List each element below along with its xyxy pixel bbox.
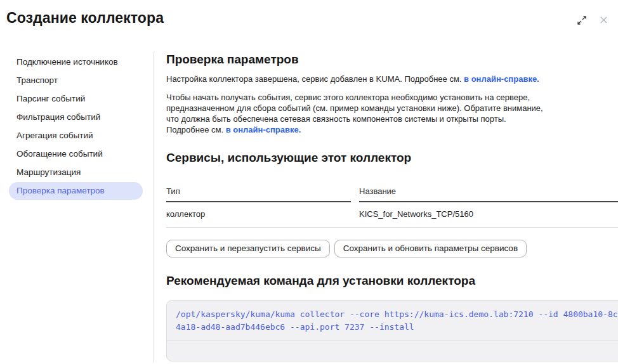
sidebar-item-event-enrichment[interactable]: Обогащение событий [9, 145, 143, 163]
sidebar-item-event-filtering[interactable]: Фильтрация событий [9, 108, 143, 126]
page-title: Создание коллектора [6, 10, 608, 27]
actions-button-row: Сохранить и перезапустить сервисы Сохран… [166, 240, 618, 257]
setup-complete-text: Настройка коллектора завершена, сервис д… [166, 74, 464, 84]
save-restart-services-button[interactable]: Сохранить и перезапустить сервисы [166, 240, 330, 257]
column-header-name: Название [359, 186, 618, 202]
command-line: 4a18-ad48-aad7b446ebc6 --api.port 7237 -… [176, 321, 618, 334]
install-command-code: /opt/kaspersky/kuma/kuma collector --cor… [167, 301, 618, 341]
install-command-heading: Рекомендуемая команда для установки колл… [166, 273, 618, 288]
wizard-body: Подключение источников Транспорт Парсинг… [0, 52, 618, 363]
save-update-service-parameters-button[interactable]: Сохранить и обновить параметры сервисов [334, 240, 527, 257]
window-header: Создание коллектора [0, 0, 618, 27]
sidebar-item-parameter-check[interactable]: Проверка параметров [9, 182, 143, 200]
services-table: Тип Название коллектор KICS_for_Networks… [166, 186, 618, 228]
install-instructions-line: Чтобы начать получать события, сервис эт… [166, 92, 560, 103]
column-header-type: Тип [166, 186, 351, 202]
service-type-cell: коллектор [166, 202, 351, 227]
wizard-steps-sidebar: Подключение источников Транспорт Парсинг… [0, 52, 154, 363]
install-instructions-line: что должна быть обеспечена сетевая связн… [166, 114, 560, 124]
sidebar-item-source-connection[interactable]: Подключение источников [9, 53, 143, 71]
close-button[interactable] [598, 15, 609, 27]
table-row: коллектор KICS_for_Networks_TCP/5160 [166, 202, 618, 228]
command-line: /opt/kaspersky/kuma/kuma collector --cor… [176, 308, 618, 321]
close-icon [599, 15, 608, 27]
online-help-link-1[interactable]: в онлайн-справке. [464, 74, 539, 84]
command-block-footer [167, 341, 618, 361]
install-instructions-paragraph: Чтобы начать получать события, сервис эт… [166, 92, 560, 135]
online-help-link-2[interactable]: в онлайн-справке. [226, 125, 301, 134]
window-controls [576, 15, 609, 27]
sidebar-item-transport[interactable]: Транспорт [9, 72, 143, 89]
main-panel: Проверка параметров Настройка коллектора… [154, 52, 618, 363]
services-table-header: Тип Название [166, 186, 618, 202]
service-name-cell: KICS_for_Networks_TCP/5160 [359, 202, 618, 227]
setup-complete-paragraph: Настройка коллектора завершена, сервис д… [166, 74, 618, 84]
expand-button[interactable] [576, 15, 588, 27]
sidebar-item-routing[interactable]: Маршрутизация [9, 164, 143, 181]
parameter-check-heading: Проверка параметров [166, 52, 618, 67]
install-instructions-line: Подробнее см. в онлайн-справке. [166, 124, 560, 135]
more-details-text: Подробнее см. [166, 125, 226, 134]
sidebar-item-event-aggregation[interactable]: Агрегация событий [9, 127, 143, 145]
expand-icon [577, 15, 587, 27]
install-instructions-line: предназначенном для сбора событий (см. п… [166, 103, 560, 114]
sidebar-item-event-parsing[interactable]: Парсинг событий [9, 90, 143, 108]
services-heading: Сервисы, использующие этот коллектор [166, 150, 618, 165]
install-command-block: /opt/kaspersky/kuma/kuma collector --cor… [166, 300, 618, 361]
